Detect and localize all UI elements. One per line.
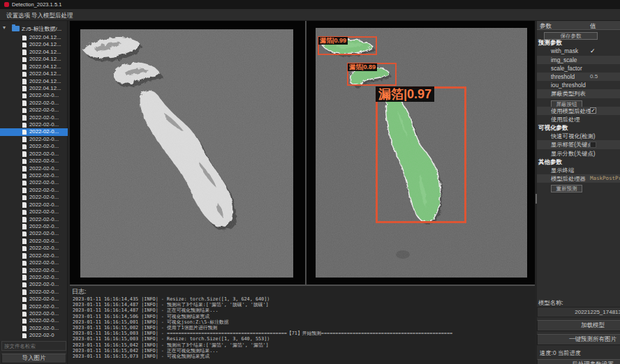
- param-row: 保存参数: [537, 30, 620, 38]
- tree-item[interactable]: 2022-02-0...: [0, 238, 68, 245]
- tree-item[interactable]: 2022-02-0...: [0, 259, 68, 266]
- file-icon: [22, 174, 27, 179]
- param-row: threshold0.5: [537, 73, 620, 81]
- tree-item[interactable]: 2022-02-0...: [0, 289, 68, 296]
- tree-item[interactable]: 2022-02-0...: [0, 107, 68, 114]
- import-images-button[interactable]: 导入图片: [1, 354, 66, 363]
- tree-item[interactable]: 2022.04.12...: [0, 34, 68, 41]
- param-button[interactable]: 保存参数: [544, 32, 598, 40]
- tree-item-label: 2022-02-0...: [29, 281, 59, 288]
- tree-item[interactable]: 2022.04.12...: [0, 70, 68, 77]
- tree-item[interactable]: 2022.04.12...: [0, 63, 68, 70]
- tree-item-label: 2022-02-0...: [29, 245, 59, 252]
- file-icon: [22, 333, 27, 339]
- log-line: 2023-01-11 16:16:14,487 |INFO| - 正在可视化预测…: [73, 308, 535, 313]
- param-value[interactable]: ✓: [590, 107, 596, 116]
- title-bar: Detection_2023.1.5.1: [0, 0, 620, 9]
- predict-all-button[interactable]: 一键预测所有图片: [537, 334, 620, 345]
- tree-item[interactable]: 2022-02-0...: [0, 187, 68, 194]
- tree-root-folder[interactable]: ▾ Z:/5-标注数据/...: [0, 24, 68, 33]
- file-icon: [22, 224, 27, 229]
- tree-item[interactable]: 2022-02-0...: [0, 194, 68, 201]
- tree-item[interactable]: 2022-02-0...: [0, 158, 68, 165]
- tree-item[interactable]: 2022-02-0...: [0, 172, 68, 179]
- param-button[interactable]: 重新预测: [551, 185, 582, 192]
- file-tree-list: 2022.04.12...2022.04.12...2022.04.12...2…: [0, 34, 68, 361]
- checkbox-checked-icon[interactable]: ✓: [590, 107, 596, 114]
- tree-root-label: Z:/5-标注数据/...: [22, 25, 61, 33]
- tree-item[interactable]: 2022-02-0...: [0, 136, 68, 143]
- file-icon: [22, 108, 27, 114]
- tree-item[interactable]: 2022-02-0...: [0, 296, 68, 303]
- param-label: 使用后处理: [551, 115, 580, 123]
- tree-item[interactable]: 2022-02-0...: [0, 128, 68, 135]
- tree-item[interactable]: 2022-02-0...: [0, 230, 68, 237]
- tree-item[interactable]: 2022-02-0...: [0, 281, 68, 288]
- log-panel[interactable]: 日志: 2023-01-11 16:16:14,435 |INFO| - Res…: [70, 286, 535, 364]
- postprocess-params-button[interactable]: 后处理参数设置: [537, 359, 620, 364]
- tree-item-label: 2022-02-0...: [29, 259, 59, 266]
- tree-item[interactable]: 2022-02-0...: [0, 151, 68, 158]
- tree-item[interactable]: 2022-02-0...: [0, 208, 68, 215]
- detection-box: [376, 86, 466, 223]
- tree-item[interactable]: 2022-02-0...: [0, 100, 68, 107]
- file-icon: [22, 159, 27, 165]
- file-icon: [22, 202, 27, 208]
- search-input[interactable]: [1, 341, 66, 351]
- menu-item-settings[interactable]: 设置选项: [4, 11, 32, 21]
- prediction-image-panel[interactable]: 漏箔|0.99 漏箔|0.89 漏箔|0.97: [307, 21, 535, 285]
- tree-item-label: 2022-02-0...: [29, 296, 59, 303]
- file-icon: [22, 297, 27, 303]
- tree-item[interactable]: 2022-02-0...: [0, 274, 68, 281]
- load-model-button[interactable]: 加载模型: [537, 320, 620, 331]
- checkbox-empty-icon[interactable]: [590, 142, 596, 148]
- param-row: 显示终端: [537, 166, 620, 174]
- param-row: 屏蔽按钮: [537, 98, 620, 107]
- tree-item[interactable]: 2022-02-0...: [0, 303, 68, 310]
- speed-progress-text: 速度:0 当前进度: [540, 349, 581, 357]
- param-value[interactable]: ✓: [590, 47, 596, 55]
- tree-item[interactable]: 2022-02-0...: [0, 179, 68, 186]
- tree-item[interactable]: 2022.04.12...: [0, 85, 68, 92]
- folder-icon: [12, 26, 20, 31]
- log-line: 2023-01-11 16:16:15,002 |INFO| - 使用了1张图片…: [73, 325, 535, 331]
- tree-item[interactable]: 2022.04.12...: [0, 49, 68, 56]
- tree-item[interactable]: 2022-02-0...: [0, 267, 68, 274]
- tree-item-label: 2022-02-0...: [29, 216, 59, 223]
- tree-item[interactable]: 2022-02-0...: [0, 317, 68, 324]
- tree-item[interactable]: 2022.04.12...: [0, 41, 68, 48]
- original-image-panel[interactable]: [70, 21, 305, 285]
- menu-item-import-postprocess[interactable]: 导入模型后处理: [29, 11, 75, 21]
- model-name-field[interactable]: 20221225_174813: [537, 307, 620, 317]
- tree-item-label: 2022-02-0: [29, 332, 54, 339]
- tree-item[interactable]: 2022-02-0...: [0, 143, 68, 150]
- file-icon: [22, 188, 27, 193]
- chevron-down-icon[interactable]: ▾: [3, 24, 6, 31]
- tree-item[interactable]: 2022-02-0...: [0, 202, 68, 208]
- original-image: [80, 29, 293, 278]
- tree-item[interactable]: 2022-02-0...: [0, 223, 68, 230]
- tree-item[interactable]: 2022-02-0...: [0, 245, 68, 252]
- tree-item-label: 2022-02-0...: [29, 317, 59, 324]
- param-row: 使用后处理: [537, 115, 620, 123]
- tree-item[interactable]: 2022-02-0...: [0, 114, 68, 121]
- detection-label: 漏箔|0.89: [348, 63, 377, 71]
- tree-item[interactable]: 2022.04.12...: [0, 56, 68, 63]
- param-label: iou_threshold: [551, 81, 586, 89]
- tree-item[interactable]: 2022-02-0...: [0, 252, 68, 259]
- tree-item[interactable]: 2022-02-0: [0, 332, 68, 339]
- file-icon: [22, 137, 27, 142]
- file-icon: [22, 72, 27, 77]
- tree-item[interactable]: 2022-02-0...: [0, 216, 68, 223]
- param-label: 显示终端: [551, 166, 574, 174]
- tree-item[interactable]: 2022-02-0...: [0, 121, 68, 128]
- tree-item[interactable]: 2022-02-0...: [0, 165, 68, 172]
- param-row: 显示标签(关键点): [537, 140, 620, 149]
- tree-item[interactable]: 2022-02-0...: [0, 92, 68, 99]
- tree-item-label: 2022-02-0...: [29, 325, 59, 332]
- tree-item[interactable]: 2022.04.12...: [0, 78, 68, 85]
- tree-item[interactable]: 2022-02-0...: [0, 310, 68, 317]
- tree-item-label: 2022-02-0...: [29, 208, 59, 215]
- tree-item[interactable]: 2022-02-0...: [0, 325, 68, 332]
- param-row: 屏蔽类型列表: [537, 89, 620, 98]
